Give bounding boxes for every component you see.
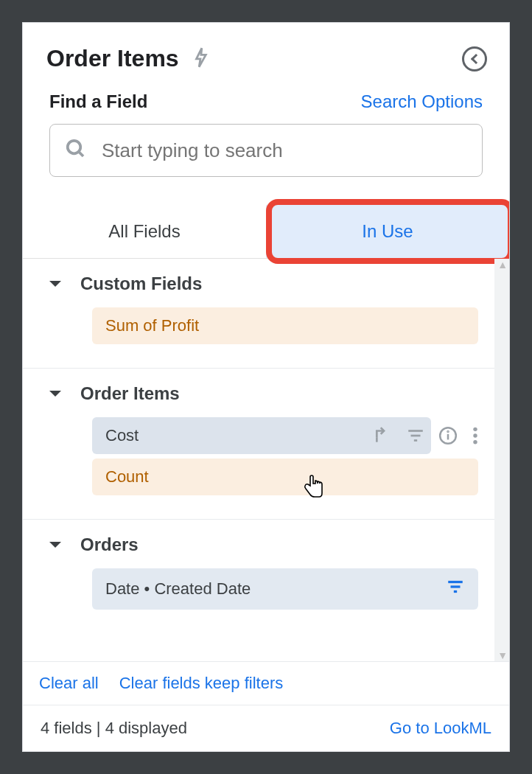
search-icon <box>65 138 87 163</box>
section-order-items: Order Items Cost <box>23 369 509 520</box>
clear-keep-filters-link[interactable]: Clear fields keep filters <box>119 674 284 693</box>
section-title: Order Items <box>80 383 180 404</box>
section-header-orders[interactable]: Orders <box>23 534 509 555</box>
field-sum-of-profit[interactable]: Sum of Profit <box>92 307 478 344</box>
section-orders: Orders Date • Created Date <box>23 520 509 633</box>
search-box[interactable] <box>49 124 483 177</box>
scroll-down-icon[interactable]: ▼ <box>497 649 508 661</box>
scroll-up-icon[interactable]: ▲ <box>497 259 508 271</box>
field-cost-row: Cost <box>92 417 478 454</box>
status-bar: 4 fields | 4 displayed Go to LookML <box>23 705 509 751</box>
svg-line-1 <box>79 152 83 156</box>
svg-point-9 <box>473 428 477 431</box>
svg-point-8 <box>447 431 448 432</box>
panel-title: Order Items <box>46 45 179 72</box>
chevron-left-icon <box>471 53 481 63</box>
tab-in-use-label: In Use <box>362 221 413 241</box>
search-area: Find a Field Search Options <box>23 80 509 177</box>
collapse-button[interactable] <box>462 46 487 72</box>
field-count[interactable]: Count <box>92 459 478 495</box>
svg-point-10 <box>473 433 477 437</box>
content-area: ▲ ▼ Custom Fields Sum of Profit Order It… <box>23 259 509 661</box>
filter-active-icon[interactable] <box>446 577 465 601</box>
search-input[interactable] <box>102 139 467 162</box>
field-cost[interactable]: Cost <box>92 417 431 454</box>
section-title: Custom Fields <box>80 273 202 294</box>
svg-point-11 <box>473 440 477 444</box>
filter-icon[interactable] <box>406 426 425 445</box>
info-icon[interactable] <box>438 426 458 445</box>
tab-all-fields[interactable]: All Fields <box>23 205 266 258</box>
field-count-label: 4 fields | 4 displayed <box>41 719 187 738</box>
footer-links: Clear all Clear fields keep filters <box>23 661 509 705</box>
pivot-icon[interactable] <box>374 426 393 445</box>
section-header-order-items[interactable]: Order Items <box>23 383 509 404</box>
caret-down-icon <box>49 281 61 287</box>
go-to-lookml-link[interactable]: Go to LookML <box>390 719 491 738</box>
field-label: Date • Created Date <box>105 579 251 599</box>
search-options-link[interactable]: Search Options <box>361 91 483 112</box>
clear-all-link[interactable]: Clear all <box>39 674 99 693</box>
field-side-icons <box>438 426 478 445</box>
field-date-created[interactable]: Date • Created Date <box>92 568 478 610</box>
caret-down-icon <box>49 391 61 397</box>
more-options-icon[interactable] <box>472 426 478 445</box>
field-label: Sum of Profit <box>105 316 199 335</box>
find-field-label: Find a Field <box>49 91 147 112</box>
field-label: Cost <box>105 426 139 445</box>
pill-hover-icons <box>374 426 425 445</box>
scrollbar-track[interactable]: ▲ ▼ <box>494 259 509 661</box>
section-title: Orders <box>80 534 139 555</box>
field-label: Count <box>105 467 149 487</box>
caret-down-icon <box>49 542 61 548</box>
tabs: All Fields In Use <box>23 205 509 259</box>
search-labels: Find a Field Search Options <box>49 91 483 112</box>
quick-start-icon[interactable] <box>192 46 209 72</box>
header-row: Order Items <box>23 23 509 80</box>
tab-in-use[interactable]: In Use <box>266 205 509 258</box>
field-picker-panel: Order Items Find a Field Search Options <box>22 22 510 752</box>
section-custom-fields: Custom Fields Sum of Profit <box>23 259 509 369</box>
svg-point-0 <box>68 141 81 154</box>
section-header-custom-fields[interactable]: Custom Fields <box>23 273 509 294</box>
